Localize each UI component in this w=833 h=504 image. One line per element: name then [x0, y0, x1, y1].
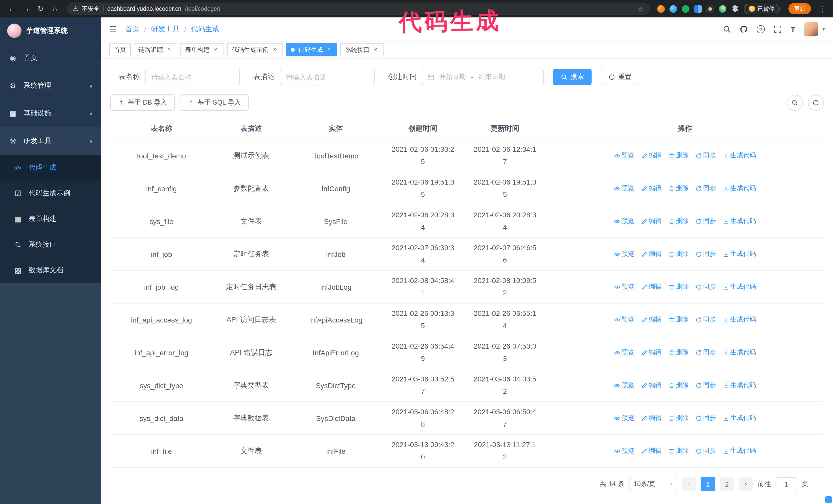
bookmark-star-icon[interactable]: ☆ — [638, 5, 644, 13]
preview-link[interactable]: 预览 — [614, 414, 634, 423]
app-logo[interactable]: 芋道管理系统 — [0, 18, 101, 44]
sync-link[interactable]: 同步 — [695, 348, 716, 357]
user-avatar[interactable] — [804, 22, 818, 37]
delete-link[interactable]: 删除 — [668, 414, 689, 423]
breadcrumb-devtools[interactable]: 研发工具 — [151, 25, 180, 34]
sidebar-item-codegen[interactable]: </> 代码生成 — [0, 155, 101, 181]
help-icon[interactable]: ? — [757, 25, 765, 33]
sidebar-item-db-doc[interactable]: ▩ 数据库文档 — [0, 257, 101, 283]
edit-link[interactable]: 编辑 — [641, 184, 662, 193]
tab-codegen-example[interactable]: 代码生成示例 × — [227, 43, 283, 56]
tab-trace[interactable]: 链路追踪 × — [134, 43, 177, 56]
breadcrumb-home[interactable]: 首页 — [125, 25, 140, 34]
search-button[interactable]: 搜索 — [553, 69, 592, 85]
close-icon[interactable]: × — [372, 46, 379, 53]
sync-link[interactable]: 同步 — [695, 217, 716, 225]
sync-link[interactable]: 同步 — [695, 283, 716, 291]
generate-code-link[interactable]: 生成代码 — [722, 447, 756, 455]
generate-code-link[interactable]: 生成代码 — [722, 381, 756, 390]
close-icon[interactable]: × — [326, 46, 333, 53]
forward-icon[interactable]: → — [20, 2, 33, 16]
preview-link[interactable]: 预览 — [614, 315, 634, 324]
sidebar-item-home[interactable]: ◉ 首页 — [0, 44, 101, 72]
sidebar-item-system[interactable]: ⚙ 系统管理 ∨ — [0, 72, 101, 99]
import-db-button[interactable]: 基于 DB 导入 — [110, 94, 175, 111]
edit-link[interactable]: 编辑 — [641, 283, 662, 291]
close-icon[interactable]: × — [166, 46, 173, 53]
sync-link[interactable]: 同步 — [695, 447, 716, 455]
sync-link[interactable]: 同步 — [695, 184, 716, 193]
delete-link[interactable]: 删除 — [668, 381, 689, 390]
browser-update-button[interactable]: 更新 — [788, 3, 811, 14]
generate-code-link[interactable]: 生成代码 — [722, 250, 756, 258]
sync-link[interactable]: 同步 — [695, 151, 716, 160]
extension-fox-icon[interactable] — [657, 5, 665, 13]
sidebar-item-devtools[interactable]: ⚒ 研发工具 ∧ — [0, 127, 101, 155]
page-button-1[interactable]: 1 — [701, 477, 715, 491]
delete-link[interactable]: 删除 — [668, 283, 689, 291]
sidebar-item-infra[interactable]: ▤ 基础设施 ∨ — [0, 99, 101, 127]
preview-link[interactable]: 预览 — [614, 151, 634, 160]
import-sql-button[interactable]: 基于 SQL 导入 — [180, 94, 249, 111]
generate-code-link[interactable]: 生成代码 — [722, 348, 756, 357]
sync-link[interactable]: 同步 — [695, 381, 716, 390]
preview-link[interactable]: 预览 — [614, 447, 634, 455]
sync-link[interactable]: 同步 — [695, 414, 716, 423]
tab-home[interactable]: 首页 — [109, 43, 131, 56]
delete-link[interactable]: 删除 — [668, 250, 689, 258]
collapse-sidebar-icon[interactable]: ☰ — [109, 24, 117, 34]
extension-coins-icon[interactable] — [706, 5, 714, 13]
generate-code-link[interactable]: 生成代码 — [722, 315, 756, 324]
edit-link[interactable]: 编辑 — [641, 381, 662, 390]
browser-menu-icon[interactable]: ⋮ — [819, 5, 826, 13]
preview-link[interactable]: 预览 — [614, 283, 634, 291]
table-desc-input[interactable] — [280, 69, 375, 85]
delete-link[interactable]: 删除 — [668, 217, 689, 225]
close-icon[interactable]: × — [271, 46, 278, 53]
extension-leaf-icon[interactable] — [719, 5, 727, 13]
fullscreen-icon[interactable] — [774, 25, 782, 33]
github-icon[interactable] — [740, 25, 748, 33]
next-page-button[interactable]: › — [739, 477, 753, 491]
sidebar-item-codegen-example[interactable]: ☑ 代码生成示例 — [0, 181, 101, 206]
generate-code-link[interactable]: 生成代码 — [722, 414, 756, 423]
sidebar-item-system-api[interactable]: ⇅ 系统接口 — [0, 232, 101, 257]
page-size-select[interactable]: 10条/页 ▾ — [629, 477, 677, 491]
preview-link[interactable]: 预览 — [614, 217, 634, 225]
prev-page-button[interactable]: ‹ — [682, 477, 696, 491]
close-icon[interactable]: × — [212, 46, 219, 53]
search-icon[interactable] — [723, 25, 731, 33]
extension-drop-icon[interactable] — [669, 5, 677, 13]
paused-badge[interactable]: 已暂停 — [744, 3, 780, 14]
edit-link[interactable]: 编辑 — [641, 348, 662, 357]
back-icon[interactable]: ← — [5, 2, 19, 16]
sync-link[interactable]: 同步 — [695, 315, 716, 324]
preview-link[interactable]: 预览 — [614, 381, 634, 390]
preview-link[interactable]: 预览 — [614, 250, 634, 258]
avatar-caret-icon[interactable]: ▾ — [823, 27, 825, 32]
reset-button[interactable]: 重置 — [601, 69, 639, 85]
create-time-range-picker[interactable]: 开始日期 - 结束日期 — [422, 69, 544, 85]
generate-code-link[interactable]: 生成代码 — [722, 184, 756, 193]
edit-link[interactable]: 编辑 — [641, 414, 662, 423]
delete-link[interactable]: 删除 — [668, 184, 689, 193]
sidebar-item-form-builder[interactable]: ▦ 表单构建 — [0, 206, 101, 232]
goto-page-input[interactable] — [776, 477, 797, 491]
delete-link[interactable]: 删除 — [668, 151, 689, 160]
reload-icon[interactable]: ↻ — [34, 2, 47, 16]
tab-codegen[interactable]: 代码生成 × — [286, 43, 337, 56]
extensions-puzzle-icon[interactable] — [731, 5, 739, 13]
font-size-icon[interactable]: T — [791, 25, 795, 33]
address-bar[interactable]: ⚠ 不安全 dashboard.yudao.iocoder.cn/tool/co… — [67, 3, 650, 15]
toggle-search-button[interactable] — [787, 95, 803, 111]
edit-link[interactable]: 编辑 — [641, 217, 662, 225]
refresh-table-button[interactable] — [808, 95, 824, 111]
edit-link[interactable]: 编辑 — [641, 151, 662, 160]
tab-system-api[interactable]: 系统接口 × — [340, 43, 384, 56]
sync-link[interactable]: 同步 — [695, 250, 716, 258]
back-to-top-button[interactable] — [825, 496, 832, 503]
delete-link[interactable]: 删除 — [668, 447, 689, 455]
preview-link[interactable]: 预览 — [614, 184, 634, 193]
home-icon[interactable]: ⌂ — [48, 2, 62, 16]
preview-link[interactable]: 预览 — [614, 348, 634, 357]
